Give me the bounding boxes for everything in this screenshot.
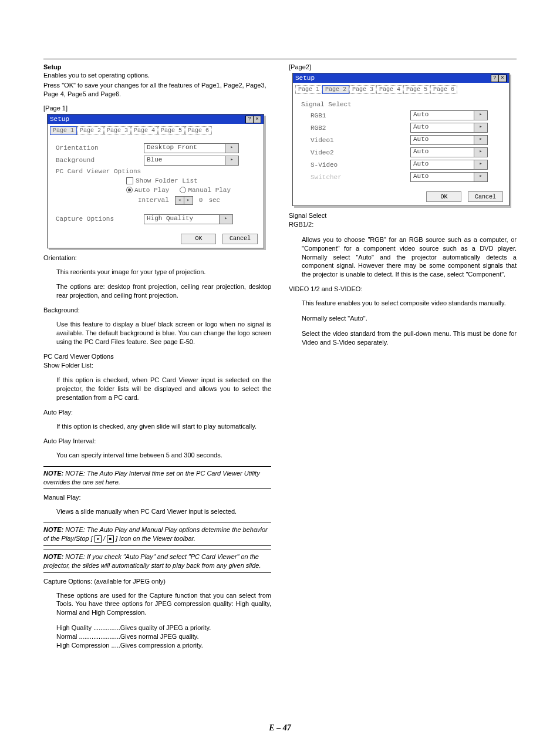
signal-key: Switcher [301,174,410,181]
signal-dropdown[interactable]: Auto▸ [410,135,488,145]
signal-row: SwitcherAuto▸ [301,172,501,182]
note-3: NOTE: NOTE: If you check "Auto Play" and… [43,550,271,573]
signal-dropdown[interactable]: Auto▸ [410,110,488,120]
manual-play-radio[interactable] [180,187,186,193]
close-icon[interactable]: × [253,116,261,123]
tab-page-5[interactable]: Page 5 [158,126,185,135]
play-icon: ▸ [95,535,102,543]
ap-heading: Auto Play: [43,409,271,416]
tab-page-5[interactable]: Page 5 [403,85,430,94]
signal-key: S-Video [301,161,410,169]
dropdown-arrow-icon[interactable]: ▸ [225,156,238,165]
signal-row: RGB1Auto▸ [301,110,501,120]
interval-value: 0 [199,197,203,204]
interval-stepper[interactable]: ◂▸ [175,196,193,205]
capture-options-label: Capture Options [56,215,144,223]
signal-key: RGB2 [301,124,410,132]
tab-page-2[interactable]: Page 2 [322,85,349,94]
vs-text-2: Normally select "Auto". [289,314,517,323]
orientation-label: Orientation [56,144,144,151]
signal-dropdown[interactable]: Auto▸ [410,147,488,157]
vs-heading: VIDEO 1/2 and S-VIDEO: [289,285,517,292]
stepper-right-icon[interactable]: ▸ [184,197,193,204]
tab-page-3[interactable]: Page 3 [349,85,376,94]
tab-page-6[interactable]: Page 6 [430,85,457,94]
setup-dialog-page2: Setup ?× Page 1 Page 2 Page 3 Page 4 Pag… [292,73,510,206]
signal-row: Video1Auto▸ [301,135,501,145]
setup-intro-2: Press "OK" to save your changes for all … [43,81,271,99]
dropdown-arrow-icon[interactable]: ▸ [225,144,238,153]
vs-text-3: Select the video standard from the pull-… [289,329,517,347]
capture-options-dropdown[interactable]: High Quality▸ [144,214,233,224]
close-icon[interactable]: × [498,75,507,82]
sfl-text: If this option is checked, when PC Card … [43,376,271,402]
help-icon[interactable]: ? [245,116,254,123]
dialog-tabs[interactable]: Page 1 Page 2 Page 3 Page 4 Page 5 Page … [48,124,264,135]
background-label: Background [56,157,144,164]
signal-row: S-VideoAuto▸ [301,160,501,170]
tab-page-1[interactable]: Page 1 [50,126,77,135]
tab-page-4[interactable]: Page 4 [376,85,403,94]
api-text: You can specify interval time between 5 … [43,451,271,460]
pc-viewer-label: PC Card Viewer Options [56,168,141,175]
api-heading: Auto Play Interval: [43,437,271,444]
note-2: NOTE: NOTE: The Auto Play and Manual Pla… [43,523,271,546]
vs-text-1: This feature enables you to select compo… [289,299,517,308]
signal-row: RGB2Auto▸ [301,123,501,133]
dropdown-arrow-icon[interactable]: ▸ [474,136,487,144]
setup-intro-1: Enables you to set operating options. [43,71,271,80]
signal-dropdown[interactable]: Auto▸ [410,123,488,133]
co-text: These options are used for the Capture f… [43,591,271,618]
show-folder-checkbox[interactable] [126,177,133,184]
auto-play-label: Auto Play [134,187,169,194]
tab-page-3[interactable]: Page 3 [104,126,131,135]
dropdown-arrow-icon[interactable]: ▸ [219,215,232,224]
setup-dialog-page1: Setup ?× Page 1 Page 2 Page 3 Page 4 Pag… [47,114,264,248]
signal-key: Video2 [301,149,410,156]
signal-dropdown[interactable]: Auto▸ [410,160,488,170]
tab-page-6[interactable]: Page 6 [185,126,212,135]
ok-button[interactable]: OK [426,191,461,202]
ok-button[interactable]: OK [181,234,216,244]
page1-label: [Page 1] [43,105,271,112]
orientation-text-2: The options are: desktop front projectio… [43,282,271,300]
co-line-1: High Quality ...............Gives qualit… [56,624,271,632]
manual-play-label: Manual Play [188,187,231,194]
background-text: Use this feature to display a blue/ blac… [43,320,271,346]
dropdown-arrow-icon[interactable]: ▸ [474,123,487,132]
tab-page-4[interactable]: Page 4 [131,126,158,135]
page2-label: [Page2] [289,63,517,70]
interval-label: Interval [138,197,169,204]
mp-heading: Manual Play: [43,494,271,501]
help-icon[interactable]: ? [491,75,499,82]
background-dropdown[interactable]: Blue▸ [144,156,239,166]
dropdown-arrow-icon[interactable]: ▸ [474,160,487,169]
signal-row: Video2Auto▸ [301,147,501,157]
pcv-heading: PC Card Viewer Options [43,353,271,360]
cancel-button[interactable]: Cancel [468,191,503,202]
dialog-title: Setup [50,116,69,123]
note-1: NOTE: NOTE: The Auto Play Interval time … [43,466,271,490]
stepper-left-icon[interactable]: ◂ [176,197,184,204]
sfl-heading: Show Folder List: [43,361,271,370]
signal-dropdown: Auto▸ [410,172,488,182]
interval-unit: sec [208,197,220,204]
signal-select-label: Signal Select [301,101,501,108]
dropdown-arrow-icon[interactable]: ▸ [474,148,487,157]
signal-key: Video1 [301,137,410,144]
orientation-dropdown[interactable]: Desktop Front▸ [144,143,239,153]
auto-play-radio[interactable] [126,187,133,193]
ss-heading: Signal Select [289,212,517,219]
titlebar-buttons[interactable]: ?× [246,115,261,123]
co-line-3: High Compression .....Gives compression … [56,641,271,650]
tab-page-1[interactable]: Page 1 [295,85,322,94]
rgb-text: Allows you to choose "RGB" for an RGB so… [289,235,517,279]
cancel-button[interactable]: Cancel [222,234,258,244]
orientation-text-1: This reorients your image for your type … [43,268,271,277]
dropdown-arrow-icon[interactable]: ▸ [474,111,487,120]
stop-icon: ■ [107,535,114,543]
titlebar-buttons[interactable]: ?× [491,74,507,82]
tab-page-2[interactable]: Page 2 [77,126,104,135]
show-folder-label: Show Folder List [136,177,198,184]
dialog-tabs[interactable]: Page 1 Page 2 Page 3 Page 4 Page 5 Page … [293,83,509,94]
